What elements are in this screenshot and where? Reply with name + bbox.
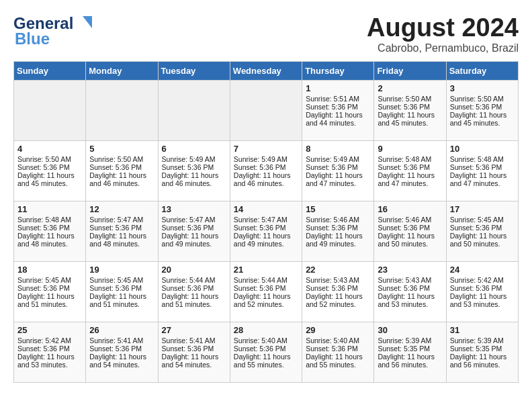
daylight-label: Daylight: 11 hours and 51 minutes.	[162, 292, 219, 308]
day-number: 14	[234, 204, 298, 214]
daylight-label: Daylight: 11 hours and 53 minutes.	[450, 292, 507, 308]
calendar-cell: 10Sunrise: 5:48 AMSunset: 5:36 PMDayligh…	[446, 141, 518, 201]
day-number: 5	[89, 144, 154, 154]
sunset-label: Sunset: 5:36 PM	[89, 163, 142, 171]
calendar-cell: 15Sunrise: 5:46 AMSunset: 5:36 PMDayligh…	[302, 201, 374, 262]
sunrise-label: Sunrise: 5:49 AM	[306, 155, 359, 163]
sunset-label: Sunset: 5:36 PM	[234, 163, 286, 171]
sunset-label: Sunset: 5:36 PM	[450, 284, 502, 292]
day-number: 10	[450, 144, 515, 154]
calendar-cell	[158, 81, 230, 141]
sunset-label: Sunset: 5:36 PM	[17, 284, 70, 292]
day-number: 16	[378, 204, 442, 214]
sunset-label: Sunset: 5:36 PM	[306, 163, 358, 171]
calendar-cell	[14, 81, 86, 141]
sunset-label: Sunset: 5:36 PM	[17, 224, 70, 232]
daylight-label: Daylight: 11 hours and 50 minutes.	[378, 232, 435, 248]
day-number: 23	[378, 265, 442, 275]
daylight-label: Daylight: 11 hours and 55 minutes.	[306, 353, 363, 369]
sunrise-label: Sunrise: 5:39 AM	[450, 336, 504, 345]
day-number: 20	[162, 265, 226, 275]
calendar-cell: 14Sunrise: 5:47 AMSunset: 5:36 PMDayligh…	[230, 201, 302, 262]
calendar-week-3: 11Sunrise: 5:48 AMSunset: 5:36 PMDayligh…	[14, 201, 519, 262]
logo: General Blue	[13, 13, 95, 48]
sunset-label: Sunset: 5:36 PM	[378, 163, 430, 171]
day-header-tuesday: Tuesday	[158, 62, 230, 81]
day-number: 7	[234, 144, 298, 154]
day-number: 31	[450, 325, 515, 335]
day-number: 2	[378, 83, 442, 93]
calendar-cell: 16Sunrise: 5:46 AMSunset: 5:36 PMDayligh…	[374, 201, 446, 262]
sunset-label: Sunset: 5:36 PM	[17, 163, 70, 171]
day-number: 15	[306, 204, 370, 214]
daylight-label: Daylight: 11 hours and 45 minutes.	[17, 171, 75, 187]
daylight-label: Daylight: 11 hours and 55 minutes.	[234, 353, 291, 369]
sunset-label: Sunset: 5:36 PM	[162, 163, 214, 171]
logo-blue: Blue	[15, 30, 50, 48]
calendar-cell: 23Sunrise: 5:43 AMSunset: 5:36 PMDayligh…	[374, 262, 446, 322]
calendar-body: 1Sunrise: 5:51 AMSunset: 5:36 PMDaylight…	[14, 81, 519, 383]
daylight-label: Daylight: 11 hours and 47 minutes.	[306, 171, 363, 187]
sunrise-label: Sunrise: 5:44 AM	[234, 276, 287, 284]
daylight-label: Daylight: 11 hours and 51 minutes.	[89, 292, 146, 308]
sunrise-label: Sunrise: 5:42 AM	[450, 276, 504, 284]
svg-marker-0	[83, 16, 92, 28]
daylight-label: Daylight: 11 hours and 45 minutes.	[378, 111, 435, 127]
calendar-cell: 3Sunrise: 5:50 AMSunset: 5:36 PMDaylight…	[446, 81, 518, 141]
calendar-cell: 13Sunrise: 5:47 AMSunset: 5:36 PMDayligh…	[158, 201, 230, 262]
sunrise-label: Sunrise: 5:41 AM	[89, 336, 143, 345]
day-number: 25	[17, 325, 82, 335]
calendar-header-row: SundayMondayTuesdayWednesdayThursdayFrid…	[14, 62, 519, 81]
day-number: 27	[162, 325, 226, 335]
daylight-label: Daylight: 11 hours and 46 minutes.	[234, 171, 291, 187]
sunrise-label: Sunrise: 5:43 AM	[378, 276, 431, 284]
sunset-label: Sunset: 5:36 PM	[89, 345, 142, 353]
sunset-label: Sunset: 5:36 PM	[378, 284, 430, 292]
sunrise-label: Sunrise: 5:45 AM	[17, 276, 71, 284]
page-header: General Blue August 2024 Cabrobo, Pernam…	[13, 13, 519, 54]
calendar-cell: 27Sunrise: 5:41 AMSunset: 5:36 PMDayligh…	[158, 322, 230, 383]
calendar-table: SundayMondayTuesdayWednesdayThursdayFrid…	[13, 61, 519, 383]
daylight-label: Daylight: 11 hours and 49 minutes.	[234, 232, 291, 248]
calendar-cell: 21Sunrise: 5:44 AMSunset: 5:36 PMDayligh…	[230, 262, 302, 322]
day-number: 17	[450, 204, 515, 214]
sunrise-label: Sunrise: 5:51 AM	[306, 95, 359, 103]
day-header-friday: Friday	[374, 62, 446, 81]
daylight-label: Daylight: 11 hours and 46 minutes.	[162, 171, 219, 187]
daylight-label: Daylight: 11 hours and 47 minutes.	[378, 171, 435, 187]
day-number: 24	[450, 265, 515, 275]
sunrise-label: Sunrise: 5:50 AM	[89, 155, 143, 163]
sunrise-label: Sunrise: 5:49 AM	[162, 155, 216, 163]
day-header-sunday: Sunday	[14, 62, 86, 81]
daylight-label: Daylight: 11 hours and 48 minutes.	[89, 232, 146, 248]
sunset-label: Sunset: 5:36 PM	[450, 163, 502, 171]
sunrise-label: Sunrise: 5:47 AM	[89, 216, 143, 224]
day-number: 9	[378, 144, 442, 154]
daylight-label: Daylight: 11 hours and 48 minutes.	[17, 232, 75, 248]
calendar-cell: 24Sunrise: 5:42 AMSunset: 5:36 PMDayligh…	[446, 262, 518, 322]
daylight-label: Daylight: 11 hours and 53 minutes.	[17, 353, 75, 369]
title-area: August 2024 Cabrobo, Pernambuco, Brazil	[367, 13, 519, 54]
sunset-label: Sunset: 5:36 PM	[306, 284, 358, 292]
calendar-week-1: 1Sunrise: 5:51 AMSunset: 5:36 PMDaylight…	[14, 81, 519, 141]
calendar-week-5: 25Sunrise: 5:42 AMSunset: 5:36 PMDayligh…	[14, 322, 519, 383]
calendar-cell: 1Sunrise: 5:51 AMSunset: 5:36 PMDaylight…	[302, 81, 374, 141]
day-number: 11	[17, 204, 82, 214]
daylight-label: Daylight: 11 hours and 44 minutes.	[306, 111, 363, 127]
daylight-label: Daylight: 11 hours and 56 minutes.	[450, 353, 507, 369]
day-number: 8	[306, 144, 370, 154]
sunrise-label: Sunrise: 5:40 AM	[306, 336, 359, 345]
day-number: 21	[234, 265, 298, 275]
calendar-cell: 18Sunrise: 5:45 AMSunset: 5:36 PMDayligh…	[14, 262, 86, 322]
sunset-label: Sunset: 5:36 PM	[234, 224, 286, 232]
sunset-label: Sunset: 5:36 PM	[89, 224, 142, 232]
daylight-label: Daylight: 11 hours and 54 minutes.	[89, 353, 146, 369]
day-number: 28	[234, 325, 298, 335]
calendar-cell: 5Sunrise: 5:50 AMSunset: 5:36 PMDaylight…	[86, 141, 158, 201]
daylight-label: Daylight: 11 hours and 52 minutes.	[306, 292, 363, 308]
logo-icon	[75, 13, 95, 34]
sunrise-label: Sunrise: 5:48 AM	[450, 155, 504, 163]
sunrise-label: Sunrise: 5:39 AM	[378, 336, 431, 345]
daylight-label: Daylight: 11 hours and 52 minutes.	[234, 292, 291, 308]
sunset-label: Sunset: 5:36 PM	[162, 284, 214, 292]
